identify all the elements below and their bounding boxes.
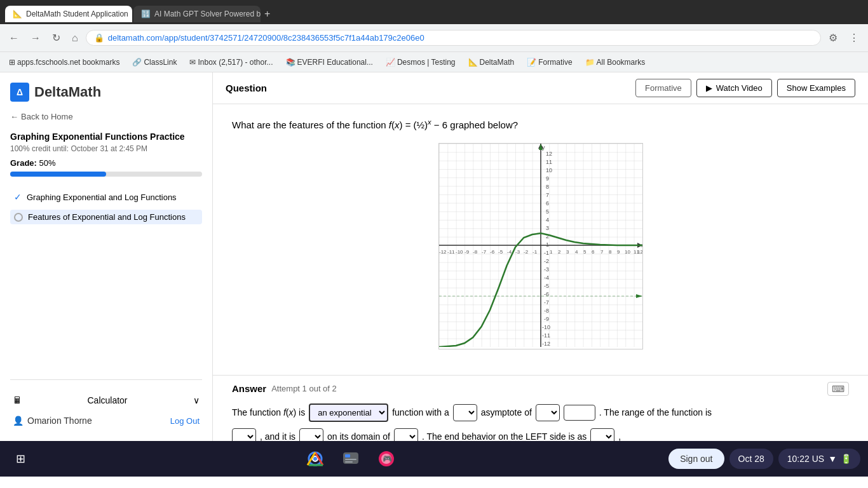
svg-text:-1: -1 [532,249,538,255]
calculator-item[interactable]: 🖩 Calculator ∨ [10,390,202,410]
taskbar: ⊞ 🎮 [0,441,868,477]
svg-text:-10: -10 [542,324,550,330]
left-behavior-select[interactable] [590,428,614,442]
taskbar-right: Sign out Oct 28 10:22 US ▼ 🔋 [668,449,860,469]
bookmark-classlink[interactable]: 🔗 ClassLink [128,57,180,68]
start-button[interactable]: ⊞ [10,449,31,469]
row1-text-before: The function f(x) is [232,407,305,417]
svg-text:-7: -7 [544,299,549,306]
chat-taskbar-icon[interactable] [338,446,363,471]
log-out-link[interactable]: Log Out [170,416,200,426]
grade-label: Grade: 50% [10,158,202,168]
svg-text:-1: -1 [544,250,549,256]
sidebar: Δ DeltaMath ← Back to Home Graphing Expo… [0,72,213,441]
chrome-taskbar-icon[interactable] [302,446,328,471]
bookmark-everfi[interactable]: 📚 EVERFI Educational... [282,57,377,68]
svg-text:-11: -11 [447,249,455,255]
formative-btn[interactable]: Formative [635,79,691,97]
back-link-label: Back to Home [21,112,73,121]
answer-header: Answer Attempt 1 out of 2 ⌨ [232,382,849,396]
bookmark-desmos[interactable]: 📈 Desmos | Testing [382,57,459,68]
grade-key: Grade: [10,158,37,168]
battery-icon: 🔋 [841,454,851,464]
inactive-tab[interactable]: 🔢 AI Math GPT Solver Powered b... ✕ [133,6,261,22]
svg-text:-3: -3 [544,266,549,273]
forward-btn[interactable]: → [27,30,44,46]
svg-text:-9: -9 [544,316,549,322]
back-btn[interactable]: ← [5,30,23,46]
question-body: What are the features of the function f(… [213,104,868,375]
topic-item-2[interactable]: Features of Exponential and Log Function… [10,210,202,224]
answer-label: Answer [232,383,266,394]
bookmark-classlink-label: ClassLink [144,58,177,67]
question-label: Question [226,83,267,93]
new-tab-btn[interactable]: + [264,8,270,20]
taskbar-left: ⊞ [8,449,33,469]
bookmark-all[interactable]: 📁 All Bookmarks [581,57,649,68]
svg-text:7: 7 [546,192,549,198]
graph-wrapper: 12 11 10 9 8 7 6 5 4 3 2 1 -1 -2 [438,143,643,349]
show-examples-btn[interactable]: Show Examples [777,79,855,97]
asymptote-type-select[interactable] [453,404,477,421]
topic-list: ✓ Graphing Exponential and Log Functions… [10,189,202,224]
formative-icon: 📝 [527,58,536,67]
attempt-label: Attempt 1 out of 2 [271,384,337,393]
answer-row-2: , and it is on its domain of . The end b… [232,428,849,442]
calculator-label: Calculator [87,395,127,405]
watch-video-btn[interactable]: ▶ Watch Video [696,79,772,97]
logo-text: DeltaMath [34,84,101,100]
address-bar[interactable]: 🔒 deltamath.com/app/student/3742571/2472… [86,30,821,46]
svg-text:12: 12 [637,249,642,255]
monotone-select[interactable] [299,428,323,442]
menu-btn[interactable]: ⋮ [845,29,863,46]
browser-chrome: 📐 DeltaMath Student Application ✕ 🔢 AI M… [0,0,868,72]
bookmark-deltamath[interactable]: 📐 DeltaMath [465,57,519,68]
svg-rect-63 [345,454,350,458]
time-display: 10:22 US ▼ 🔋 [778,449,860,469]
svg-text:-4: -4 [507,249,512,255]
extensions-btn[interactable]: ⚙ [825,29,841,46]
bookmark-apps[interactable]: ⊞ apps.fcschools.net bookmarks [5,57,123,68]
classlink-icon: 🔗 [132,58,142,67]
bookmark-apps-label: apps.fcschools.net bookmarks [17,58,119,67]
bookmark-inbox[interactable]: ✉ Inbox (2,517) - othor... [186,57,276,68]
tab2-favicon: 🔢 [141,10,151,18]
folder-icon: 📁 [585,58,595,67]
main-content: Question Formative ▶ Watch Video Show Ex… [213,72,868,441]
game-taskbar-icon[interactable]: 🎮 [374,446,399,471]
back-arrow-icon: ← [10,112,18,121]
logo-icon: Δ [10,83,29,102]
user-name-label: Omarion Thorne [27,416,92,426]
home-btn[interactable]: ⌂ [68,30,82,46]
topic-item-1[interactable]: ✓ Graphing Exponential and Log Functions [10,189,202,205]
refresh-btn[interactable]: ↻ [48,29,64,46]
domain-select[interactable] [394,428,418,442]
svg-rect-65 [345,461,353,463]
asymptote-direction-select[interactable] [536,404,560,421]
nav-bar: ← → ↻ ⌂ 🔒 deltamath.com/app/student/3742… [0,24,868,52]
function-type-select[interactable]: an exponential [309,403,388,422]
bookmark-formative-label: Formative [538,58,572,67]
bookmark-desmos-label: Desmos | Testing [397,58,456,67]
back-to-home-link[interactable]: ← Back to Home [10,112,202,121]
grade-value: 50% [39,158,56,168]
active-tab[interactable]: 📐 DeltaMath Student Application ✕ [5,6,132,22]
svg-text:10: 10 [546,167,552,173]
tab-label: DeltaMath Student Application [26,10,128,18]
asymptote-value-input[interactable] [564,405,595,421]
range-select[interactable] [232,428,256,442]
answer-section: Answer Attempt 1 out of 2 ⌨ The function… [213,375,868,442]
graph-container: 12 11 10 9 8 7 6 5 4 3 2 1 -1 -2 [232,143,849,349]
question-text: What are the features of the function f(… [232,117,849,133]
keyboard-icon[interactable]: ⌨ [827,382,849,396]
svg-text:-5: -5 [544,283,549,289]
check-icon: ✓ [14,192,22,202]
sign-out-btn[interactable]: Sign out [668,449,724,469]
bookmark-formative[interactable]: 📝 Formative [523,57,576,68]
time-label: 10:22 US [787,454,824,464]
assignment-title: Graphing Exponential Functions Practice [10,132,202,142]
svg-rect-64 [345,459,356,460]
play-icon: ▶ [706,83,712,93]
progress-bar-inner [10,172,106,177]
apps-icon: ⊞ [9,58,15,67]
